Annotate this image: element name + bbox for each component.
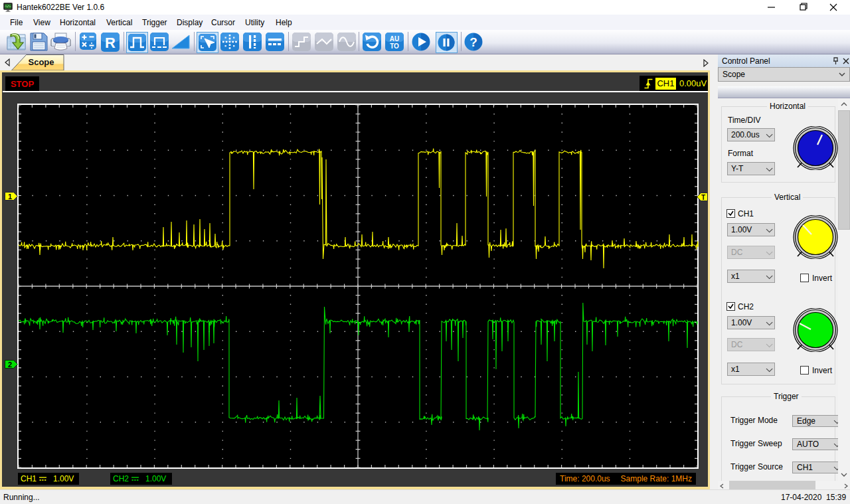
svg-text:TO: TO [390,42,399,50]
svg-text:1: 1 [8,193,12,201]
svg-text:2: 2 [8,361,12,369]
svg-text:T: T [701,194,705,201]
svg-text:R: R [105,35,116,51]
svg-text:AU: AU [390,35,399,42]
svg-text:?: ? [469,35,477,49]
